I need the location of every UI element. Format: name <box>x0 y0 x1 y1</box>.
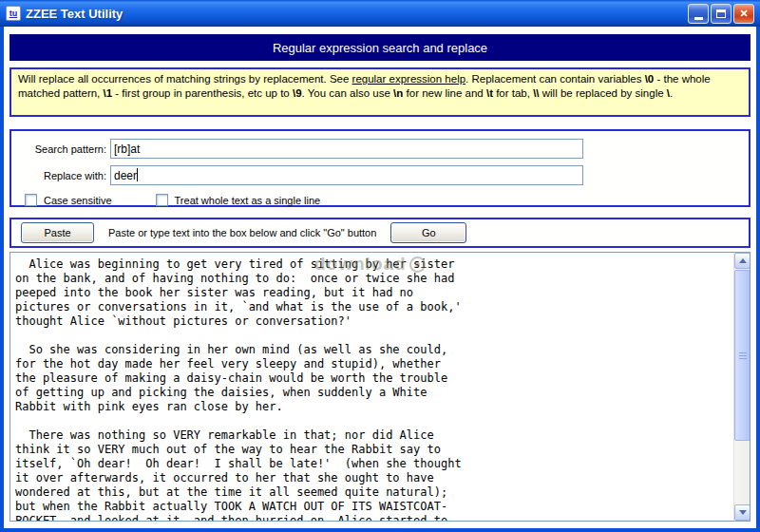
window-title: ZZEE Text Utility <box>26 7 123 21</box>
titlebar[interactable]: tu ZZEE Text Utility ✕ <box>0 0 760 27</box>
single-line-checkbox[interactable] <box>156 194 168 206</box>
thumb-grip-icon <box>739 355 747 356</box>
window-content: Regular expression search and replace Wi… <box>4 27 756 528</box>
options-row: Case sensitive Treat whole text as a sin… <box>25 194 749 206</box>
chevron-down-icon <box>739 510 747 515</box>
minimize-icon <box>694 17 703 20</box>
text-editor[interactable]: Alice was beginning to get very tired of… <box>10 252 750 522</box>
paste-instruction: Paste or type text into the box below an… <box>108 227 376 238</box>
replace-with-row: Replace with: <box>11 165 749 185</box>
chevron-up-icon <box>739 258 747 263</box>
thumb-grip-icon <box>739 352 747 353</box>
search-section: Search pattern: Replace with: Case sensi… <box>10 129 750 207</box>
replace-with-input[interactable] <box>110 165 583 185</box>
scroll-down-button[interactable] <box>734 504 750 521</box>
info-box: Will replace all occurrences of matching… <box>10 67 750 117</box>
search-pattern-row: Search pattern: <box>11 139 749 159</box>
go-button[interactable]: Go <box>390 222 466 243</box>
window-controls: ✕ <box>688 4 754 24</box>
editor-text[interactable]: Alice was beginning to get very tired of… <box>10 253 750 522</box>
app-window: tu ZZEE Text Utility ✕ Regular expressio… <box>0 0 760 532</box>
scrollbar-thumb[interactable] <box>734 270 750 441</box>
maximize-button[interactable] <box>711 4 732 24</box>
case-sensitive-checkbox[interactable] <box>25 194 37 206</box>
search-pattern-label: Search pattern: <box>11 143 110 155</box>
replace-with-label: Replace with: <box>11 170 110 181</box>
scroll-up-button[interactable] <box>734 253 750 269</box>
close-icon: ✕ <box>739 9 748 19</box>
paste-bar: Paste Paste or type text into the box be… <box>10 218 750 248</box>
search-pattern-input[interactable] <box>110 139 583 159</box>
maximize-icon <box>716 10 726 18</box>
page-title: Regular expression search and replace <box>10 34 750 61</box>
single-line-label: Treat whole text as a single line <box>175 195 321 206</box>
minimize-button[interactable] <box>688 4 709 24</box>
vertical-scrollbar[interactable] <box>733 253 750 521</box>
paste-button[interactable]: Paste <box>21 222 94 243</box>
close-button[interactable]: ✕ <box>733 4 754 24</box>
app-icon[interactable]: tu <box>6 6 21 21</box>
thumb-grip-icon <box>739 358 747 359</box>
regex-help-link[interactable]: regular expression help <box>352 73 466 85</box>
case-sensitive-label: Case sensitive <box>44 195 112 206</box>
text-caret <box>137 168 138 181</box>
